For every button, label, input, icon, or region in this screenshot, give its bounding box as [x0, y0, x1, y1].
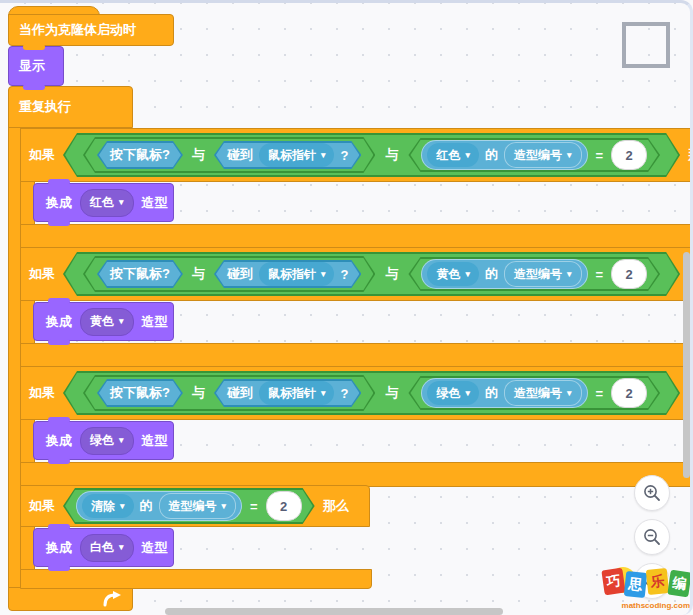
forever-block[interactable]: 重复执行	[8, 86, 133, 128]
vertical-scrollbar[interactable]	[683, 252, 690, 478]
chevron-down-icon: ▾	[222, 502, 227, 511]
magnifier-minus-icon	[642, 527, 662, 547]
sprite-dropdown[interactable]: 绿色 ▾	[427, 381, 479, 405]
and-label: 与	[385, 384, 398, 402]
equals-block[interactable]: 黄色 ▾ 的 造型编号 ▾ = 2	[408, 257, 660, 291]
if-bottom-arm-1[interactable]	[20, 224, 693, 249]
zoom-in-button[interactable]	[634, 475, 670, 511]
touching-block[interactable]: 碰到 鼠标指针 ▾ ?	[214, 141, 361, 169]
chevron-down-icon: ▾	[567, 389, 572, 398]
cmd-bottom-tab	[48, 458, 70, 464]
dropdown-value: 鼠标指针	[268, 147, 316, 164]
costume-dropdown[interactable]: 红色 ▾	[80, 189, 134, 217]
costume-label: 造型	[142, 194, 168, 212]
equals-block[interactable]: 红色 ▾ 的 造型编号 ▾ = 2	[408, 138, 660, 172]
logo-char-tile: 思	[624, 571, 647, 598]
mouse-down-label: 按下鼠标?	[110, 265, 170, 283]
logo-char-tile: 编	[667, 570, 691, 598]
property-dropdown[interactable]: 造型编号 ▾	[504, 261, 582, 287]
cmd-bottom-tab	[48, 565, 70, 571]
scripts-workspace[interactable]: 当作为克隆体启动时 显示 重复执行 如果 按下	[0, 0, 693, 615]
switch-costume-block-2[interactable]: 换成 黄色 ▾ 造型	[33, 302, 174, 341]
property-of-sprite-block[interactable]: 清除 ▾ 的 造型编号 ▾	[76, 491, 242, 521]
and-block-outer[interactable]: 按下鼠标? 与 碰到 鼠标指针 ▾ ?	[63, 133, 680, 177]
costume-dropdown[interactable]: 白色 ▾	[80, 534, 134, 562]
mathscoding-logo: 巧 思 乐 编 mathscoding.com	[594, 569, 690, 610]
mouse-down-block[interactable]: 按下鼠标?	[97, 141, 183, 169]
touching-target-dropdown[interactable]: 鼠标指针 ▾	[259, 262, 335, 286]
chevron-down-icon: ▾	[119, 436, 124, 445]
dropdown-value: 绿色	[90, 432, 114, 449]
number-input[interactable]: 2	[266, 491, 302, 521]
property-dropdown[interactable]: 造型编号 ▾	[504, 380, 582, 406]
number-input[interactable]: 2	[611, 378, 647, 408]
of-label: 的	[485, 265, 498, 283]
when-start-as-clone-block[interactable]: 当作为克隆体启动时	[8, 14, 174, 46]
if-block-1[interactable]: 如果 按下鼠标? 与 碰到	[20, 128, 693, 182]
switch-label: 换成	[46, 432, 72, 450]
question-label: ?	[340, 386, 348, 401]
loop-arrow-icon	[102, 591, 124, 607]
touching-block[interactable]: 碰到 鼠标指针 ▾ ?	[214, 260, 361, 288]
sprite-dropdown[interactable]: 黄色 ▾	[427, 262, 479, 286]
and-block-outer[interactable]: 按下鼠标? 与 碰到 鼠标指针 ▾ ?	[63, 371, 680, 415]
and-label: 与	[192, 384, 205, 402]
zoom-out-button[interactable]	[634, 519, 670, 555]
of-label: 的	[485, 384, 498, 402]
chevron-down-icon: ▾	[567, 270, 572, 279]
mouse-down-block[interactable]: 按下鼠标?	[97, 260, 183, 288]
show-label: 显示	[19, 57, 45, 75]
if-label: 如果	[29, 384, 55, 402]
property-of-sprite-block[interactable]: 绿色 ▾ 的 造型编号 ▾	[421, 378, 587, 408]
and-block-inner[interactable]: 按下鼠标? 与 碰到 鼠标指针 ▾ ?	[83, 137, 375, 173]
if-label: 如果	[29, 265, 55, 283]
dropdown-value: 白色	[90, 539, 114, 556]
if-block-3[interactable]: 如果 按下鼠标? 与 碰到	[20, 366, 693, 420]
sprite-dropdown[interactable]: 清除 ▾	[82, 494, 134, 518]
chevron-down-icon: ▾	[321, 270, 326, 279]
mouse-down-block[interactable]: 按下鼠标?	[97, 379, 183, 407]
property-dropdown[interactable]: 造型编号 ▾	[159, 493, 237, 519]
show-bottom-tab	[23, 84, 45, 90]
and-label: 与	[192, 146, 205, 164]
if-bottom-arm-4[interactable]	[20, 569, 372, 589]
if-bottom-arm-2[interactable]	[20, 343, 693, 368]
and-block-inner[interactable]: 按下鼠标? 与 碰到 鼠标指针 ▾ ?	[83, 375, 375, 411]
if-label: 如果	[29, 146, 55, 164]
switch-costume-block-4[interactable]: 换成 白色 ▾ 造型	[33, 528, 174, 567]
chevron-down-icon: ▾	[119, 317, 124, 326]
and-block-outer[interactable]: 按下鼠标? 与 碰到 鼠标指针 ▾ ?	[63, 252, 680, 296]
sprite-dropdown[interactable]: 红色 ▾	[427, 143, 479, 167]
equals-block[interactable]: 绿色 ▾ 的 造型编号 ▾ = 2	[408, 376, 660, 410]
if-block-4[interactable]: 如果 清除 ▾ 的 造型编号 ▾ = 2 那么	[20, 485, 370, 527]
and-block-inner[interactable]: 按下鼠标? 与 碰到 鼠标指针 ▾ ?	[83, 256, 375, 292]
equals-block[interactable]: 清除 ▾ 的 造型编号 ▾ = 2	[63, 488, 315, 524]
empty-selection-box	[622, 22, 670, 68]
touching-target-dropdown[interactable]: 鼠标指针 ▾	[259, 143, 335, 167]
property-dropdown[interactable]: 造型编号 ▾	[504, 142, 582, 168]
and-label: 与	[385, 265, 398, 283]
dropdown-value: 红色	[436, 147, 460, 164]
cmd-top-tab	[48, 179, 70, 185]
costume-dropdown[interactable]: 黄色 ▾	[80, 308, 134, 336]
cmd-top-tab	[48, 417, 70, 423]
number-input[interactable]: 2	[611, 259, 647, 289]
show-block[interactable]: 显示	[8, 46, 64, 86]
touching-block[interactable]: 碰到 鼠标指针 ▾ ?	[214, 379, 361, 407]
forever-bottom-arm[interactable]	[8, 587, 133, 611]
switch-costume-block-3[interactable]: 换成 绿色 ▾ 造型	[33, 421, 174, 460]
dropdown-value: 造型编号	[514, 266, 562, 283]
if-block-2[interactable]: 如果 按下鼠标? 与 碰到	[20, 247, 693, 301]
property-of-sprite-block[interactable]: 红色 ▾ 的 造型编号 ▾	[421, 140, 587, 170]
switch-costume-block-1[interactable]: 换成 红色 ▾ 造型	[33, 183, 174, 222]
property-of-sprite-block[interactable]: 黄色 ▾ 的 造型编号 ▾	[421, 259, 587, 289]
costume-dropdown[interactable]: 绿色 ▾	[80, 427, 134, 455]
if-bottom-arm-3[interactable]	[20, 462, 693, 487]
touching-target-dropdown[interactable]: 鼠标指针 ▾	[259, 381, 335, 405]
then-label: 那么	[323, 497, 349, 515]
number-input[interactable]: 2	[611, 140, 647, 170]
mouse-down-label: 按下鼠标?	[110, 384, 170, 402]
horizontal-scrollbar[interactable]	[165, 608, 503, 615]
if-label: 如果	[29, 497, 55, 515]
logo-tiles: 巧 思 乐 编	[594, 569, 690, 599]
